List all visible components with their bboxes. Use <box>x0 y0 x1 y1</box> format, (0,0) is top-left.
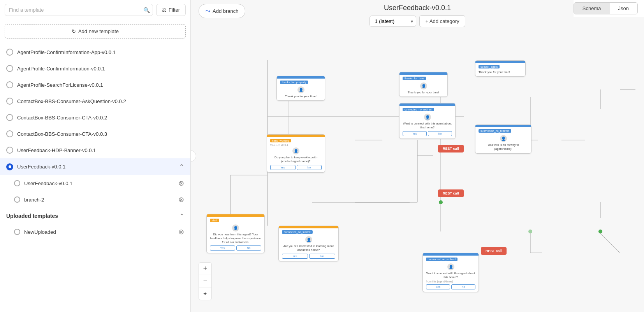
radio-1 <box>6 49 13 56</box>
remove-sub-1-icon[interactable]: ⊗ <box>178 179 184 188</box>
template-item-6[interactable]: ContactBox-BBS-Consumer-CTA-v0.0.3 <box>0 126 190 142</box>
zoom-fit-button[interactable]: ✦ <box>199 287 211 300</box>
sub-item-1[interactable]: UserFeedback-v0.0.1 ⊗ <box>14 175 190 191</box>
radio-8 <box>6 163 13 170</box>
flow-node-thanks-time[interactable]: thanks_for_time 👤 Thank you for your tim… <box>399 72 448 97</box>
zoom-controls: + − ✦ <box>199 262 212 300</box>
radio-4 <box>6 98 13 105</box>
sub-name-1: UserFeedback-v0.0.1 <box>24 181 174 186</box>
sub-item-2[interactable]: branch-2 ⊗ <box>14 191 190 208</box>
uploaded-section-title: Uploaded templates <box>6 213 176 219</box>
add-category-button[interactable]: + Add category <box>419 15 465 27</box>
add-branch-icon: ⤳ <box>205 7 210 15</box>
template-name-6: ContactBox-BBS-Consumer-CTA-v0.0.3 <box>17 131 107 137</box>
remove-sub-2-icon[interactable]: ⊗ <box>178 195 184 204</box>
template-name-4: ContactBox-BBS-Consumer-AskQuestion-v0.0… <box>17 98 126 104</box>
flow-node-connect-agent[interactable]: connected_no_redirect 👤 Want to connect … <box>399 103 456 139</box>
search-icon: 🔍 <box>143 7 150 13</box>
template-item-2[interactable]: AgentProfile-ConfirmInformation-v0.0.1 <box>0 60 190 77</box>
flow-node-contact-agent[interactable]: contact_agent Thank you for your time! <box>475 60 526 77</box>
add-template-label: Add new template <box>78 28 119 34</box>
flow-node-interested-learn[interactable]: connected_no_submit 👤 Are you still inte… <box>278 226 339 261</box>
template-name-7: UserFeedback-HDP-Banner-v0.0.1 <box>17 147 96 153</box>
expand-icon-8[interactable]: ⌃ <box>179 163 184 170</box>
rest-call-1[interactable]: REST call <box>438 145 464 152</box>
add-new-template-button[interactable]: ↻ Add new template <box>5 24 186 39</box>
main-area: ‹ Schema Json ⤳ Add branch UserFeedback-… <box>191 0 644 312</box>
uploaded-item-1[interactable]: NewUploaded ⊗ <box>14 224 190 240</box>
tab-json[interactable]: Json <box>610 3 637 14</box>
canvas-area: ⤳ Add branch UserFeedback-v0.0.1 1 (late… <box>191 0 644 312</box>
uploaded-radio-1 <box>14 229 20 235</box>
template-item-8[interactable]: UserFeedback-v0.0.1 ⌃ <box>0 158 190 175</box>
filter-label: Filter <box>169 7 180 13</box>
main-header: Schema Json <box>574 0 644 17</box>
search-wrapper: 🔍 <box>5 4 153 16</box>
version-select[interactable]: 1 (latest) 2 3 <box>370 16 416 27</box>
filter-button[interactable]: ⚖ Filter <box>156 4 186 16</box>
version-controls: 1 (latest) 2 3 + Add category <box>370 15 465 27</box>
flow-node-thanks-property[interactable]: thanks_for_property 👤 Thank you for your… <box>276 76 325 101</box>
svg-point-3 <box>439 200 443 204</box>
radio-3 <box>6 81 13 88</box>
filter-icon: ⚖ <box>162 7 167 13</box>
uploaded-items-container: NewUploaded ⊗ <box>0 224 190 240</box>
sub-items-container: UserFeedback-v0.0.1 ⊗ branch-2 ⊗ <box>0 175 190 208</box>
template-item-1[interactable]: AgentProfile-ConfirmInformation-App-v0.0… <box>0 44 190 60</box>
uploaded-name-1: NewUploaded <box>24 229 174 235</box>
zoom-in-button[interactable]: + <box>199 263 211 275</box>
template-item-3[interactable]: AgentProfile-SearchForLicense-v0.0.1 <box>0 77 190 93</box>
flow-node-connect-agent2[interactable]: connected_no_redirect 👤 Want to connect … <box>422 253 479 292</box>
sidebar-search-bar: 🔍 ⚖ Filter <box>0 0 190 20</box>
svg-point-4 <box>598 230 602 233</box>
template-name-3: AgentProfile-SearchForLicense-v0.0.1 <box>17 82 103 88</box>
radio-7 <box>6 147 13 154</box>
search-input[interactable] <box>5 4 153 16</box>
sub-name-2: branch-2 <box>24 197 174 203</box>
zoom-out-button[interactable]: − <box>199 275 211 287</box>
template-item-5[interactable]: ContactBox-BBS-Consumer-CTA-v0.0.2 <box>0 109 190 126</box>
template-item-7[interactable]: UserFeedback-HDP-Banner-v0.0.1 <box>0 142 190 158</box>
template-name-8: UserFeedback-v0.0.1 <box>17 164 65 170</box>
schema-json-tabs: Schema Json <box>574 2 638 14</box>
chevron-up-icon: ⌃ <box>179 213 184 219</box>
template-name-2: AgentProfile-ConfirmInformation-v0.0.1 <box>17 66 105 72</box>
flow-diagram <box>191 0 644 312</box>
flow-node-keep-working[interactable]: keep_working v0.0.1 > v0.0.1 👤 Do you pl… <box>267 134 325 173</box>
uploaded-section-header[interactable]: Uploaded templates ⌃ <box>0 208 190 224</box>
add-branch-label: Add branch <box>213 8 239 14</box>
flow-node-start[interactable]: start 👤 Did you hear from this agent? Yo… <box>206 214 265 253</box>
rest-call-3[interactable]: REST call <box>481 247 507 255</box>
template-list: AgentProfile-ConfirmInformation-App-v0.0… <box>0 42 190 312</box>
svg-point-5 <box>528 230 532 233</box>
sub-radio-1 <box>14 180 20 186</box>
add-category-label: + Add category <box>425 18 459 24</box>
version-select-wrapper: 1 (latest) 2 3 <box>370 16 416 27</box>
template-name-1: AgentProfile-ConfirmInformation-App-v0.0… <box>17 49 116 55</box>
radio-2 <box>6 65 13 72</box>
tab-schema[interactable]: Schema <box>574 3 610 14</box>
template-name-5: ContactBox-BBS-Consumer-CTA-v0.0.2 <box>17 115 107 121</box>
radio-6 <box>6 130 13 137</box>
template-item-4[interactable]: ContactBox-BBS-Consumer-AskQuestion-v0.0… <box>0 93 190 109</box>
add-branch-button[interactable]: ⤳ Add branch <box>199 4 245 18</box>
sidebar: 🔍 ⚖ Filter ↻ Add new template AgentProfi… <box>0 0 191 312</box>
remove-uploaded-1-icon[interactable]: ⊗ <box>178 228 184 236</box>
radio-5 <box>6 114 13 121</box>
add-icon: ↻ <box>72 28 76 34</box>
rest-call-2[interactable]: REST call <box>438 189 464 197</box>
canvas-title: UserFeedback-v0.0.1 <box>384 4 451 12</box>
sub-radio-2 <box>14 196 20 203</box>
flow-node-info-on-way[interactable]: submission_no_redirect 👤 Your info is on… <box>475 124 531 154</box>
